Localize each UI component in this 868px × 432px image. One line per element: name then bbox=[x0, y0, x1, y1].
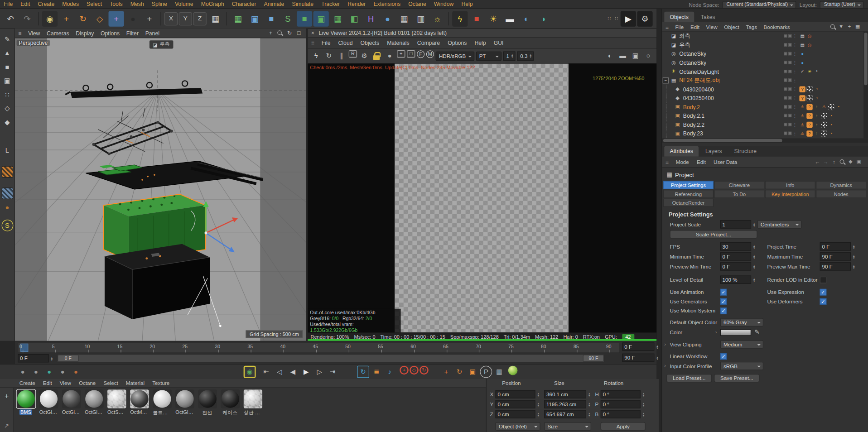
object-name[interactable]: OctaneSky bbox=[679, 51, 706, 57]
checker-tag-icon[interactable] bbox=[806, 95, 812, 101]
primitive-cube-icon[interactable]: ■ bbox=[297, 11, 312, 26]
use-animation-checkbox[interactable] bbox=[720, 289, 727, 296]
attr-tab-cineware[interactable]: Cineware bbox=[714, 181, 764, 189]
rotation-h-spinner[interactable]: ▲▼ bbox=[642, 390, 645, 398]
object-name[interactable]: NF24 분해도.obj bbox=[679, 77, 720, 84]
render-picture-viewer-icon[interactable]: ■ bbox=[264, 11, 279, 26]
menu-character[interactable]: Character bbox=[228, 0, 260, 9]
menu-extensions[interactable]: Extensions bbox=[370, 0, 405, 9]
menu-compare[interactable]: Compare bbox=[413, 40, 444, 46]
phong-tag-icon[interactable]: ◔ bbox=[814, 95, 820, 101]
use-deformers-checkbox[interactable] bbox=[820, 298, 827, 305]
use-generators-checkbox[interactable] bbox=[720, 298, 727, 305]
fields-grid-icon[interactable]: ▦ bbox=[396, 11, 412, 26]
eyedropper-icon[interactable]: ✎ bbox=[754, 328, 759, 336]
visibility-dots[interactable]: ⋮ bbox=[784, 78, 797, 83]
polygon-mode-icon[interactable]: ◆ bbox=[1, 116, 13, 128]
add-object-icon[interactable]: + bbox=[846, 23, 853, 30]
current-frame-field[interactable]: 0 F bbox=[18, 354, 48, 362]
q-tag-icon[interactable]: ? bbox=[806, 121, 812, 127]
record-position-icon[interactable]: + bbox=[400, 366, 409, 375]
visibility-dots[interactable]: ⋮ bbox=[784, 113, 797, 118]
preview-range-end-handle[interactable]: 90 F bbox=[583, 355, 604, 362]
attr-tab-to-do[interactable]: To Do bbox=[714, 190, 764, 198]
timeline-ruler[interactable]: 051015202530354045505560657075808590 bbox=[18, 342, 620, 353]
menu-filter[interactable]: Filter bbox=[123, 30, 142, 36]
object-name[interactable]: Body.2 bbox=[683, 104, 700, 110]
texture-mode-icon[interactable]: ▣ bbox=[1, 75, 13, 86]
warn-tag-icon[interactable]: ⚠ bbox=[799, 113, 805, 119]
minimum-time-spinner[interactable]: ▲▼ bbox=[753, 254, 756, 259]
object-name[interactable]: Body.2.1 bbox=[683, 113, 704, 119]
key-attr-icon[interactable]: ◆ bbox=[847, 158, 854, 165]
phong-tag-icon[interactable]: ◔ bbox=[828, 121, 834, 127]
phong-tag-icon[interactable]: ◔ bbox=[835, 104, 841, 110]
generators-icon[interactable]: ▣ bbox=[313, 11, 329, 26]
checker-tag-icon[interactable] bbox=[821, 113, 827, 119]
menu-select[interactable]: Select bbox=[100, 380, 122, 386]
size-y-spinner[interactable]: ▲▼ bbox=[588, 400, 591, 408]
simulate-ball-icon[interactable]: ● bbox=[1, 202, 13, 213]
visibility-dots[interactable]: ⋮ bbox=[784, 122, 797, 127]
menu-octane[interactable]: Octane bbox=[405, 0, 430, 9]
position-z-spinner[interactable]: ▲▼ bbox=[537, 410, 540, 418]
attr-tab-nodes[interactable]: Nodes bbox=[816, 190, 866, 198]
axis-z-lock-icon[interactable]: Z bbox=[193, 12, 206, 25]
visibility-dots[interactable]: ⋮ bbox=[784, 104, 797, 109]
visibility-dots[interactable]: ⋮ bbox=[784, 96, 797, 101]
menu-edit[interactable]: Edit bbox=[693, 159, 709, 165]
symmetry-cubes-icon[interactable]: ◧ bbox=[347, 11, 362, 26]
octane-environment-icon[interactable]: ◑ bbox=[535, 11, 551, 26]
save-preset-button[interactable]: Save Preset... bbox=[714, 374, 759, 382]
perspective-viewport[interactable]: ≡ ViewCamerasDisplayOptionsFilterPanel +… bbox=[15, 29, 306, 341]
timeline-start-spinner[interactable]: ▲▼ bbox=[656, 342, 659, 350]
visibility-dots[interactable]: ⋮ bbox=[784, 34, 797, 38]
snap-icon[interactable] bbox=[1, 187, 13, 199]
object-name[interactable]: Body.2.2 bbox=[683, 121, 704, 127]
menu-create[interactable]: Create bbox=[34, 0, 58, 9]
camera-lv-icon[interactable]: ▣ bbox=[630, 50, 641, 61]
default-object-color-dropdown[interactable]: 60% Gray bbox=[720, 318, 763, 326]
position-x-spinner[interactable]: ▲▼ bbox=[537, 390, 540, 398]
pin-attr-icon[interactable]: ▣ bbox=[855, 158, 863, 165]
live-selection-icon[interactable]: ◉ bbox=[42, 11, 58, 26]
material-label[interactable]: OctMetz: bbox=[129, 409, 149, 415]
material-label[interactable]: 케이스 bbox=[222, 409, 239, 417]
menu-cameras[interactable]: Cameras bbox=[43, 30, 72, 36]
timeline-end-field[interactable]: 90 F bbox=[622, 354, 654, 362]
menu-volume[interactable]: Volume bbox=[171, 0, 197, 9]
target-tag-icon[interactable]: ◎ bbox=[806, 33, 812, 39]
fps-field[interactable]: 30 bbox=[720, 242, 751, 250]
menu-spline[interactable]: Spline bbox=[148, 0, 171, 9]
tab-takes[interactable]: Takes bbox=[695, 12, 721, 22]
up-tag-icon[interactable]: ↑ bbox=[814, 121, 820, 127]
size-z-spinner[interactable]: ▲▼ bbox=[588, 410, 591, 418]
keyframe-pla-icon[interactable]: P bbox=[480, 366, 492, 378]
material-label[interactable]: OctGlos: bbox=[84, 409, 104, 415]
viewport-canvas[interactable]: Perspective ◪우측 Grid Spacing : 500 cm bbox=[15, 38, 306, 341]
next-frame-button[interactable]: ▷ bbox=[313, 366, 326, 378]
play-button[interactable]: ▶ bbox=[300, 366, 312, 378]
material-label[interactable]: 전선 bbox=[201, 409, 213, 417]
q-tag-icon[interactable]: ? bbox=[806, 130, 812, 136]
menu-tools[interactable]: Tools bbox=[106, 0, 127, 9]
pen-key-icon[interactable]: ● bbox=[70, 366, 82, 378]
menu-view[interactable]: View bbox=[56, 380, 75, 386]
menu-gui[interactable]: GUI bbox=[490, 40, 507, 46]
pick-region-icon[interactable]: + bbox=[397, 50, 405, 58]
material-item-상판-케이[interactable]: 상판 케이 bbox=[242, 389, 263, 417]
size-x-field[interactable]: 360.1 cm bbox=[544, 390, 586, 398]
interface-dots-icon[interactable]: ∷ bbox=[606, 15, 613, 22]
goto-end-button[interactable]: ⇥ bbox=[327, 366, 339, 378]
rotation-p-spinner[interactable]: ▲▼ bbox=[642, 400, 645, 408]
attr-tab-key-interpolation[interactable]: Key Interpolation bbox=[765, 190, 815, 198]
material-label[interactable]: 상판 케이 bbox=[242, 409, 263, 417]
menu-file[interactable]: File bbox=[672, 24, 687, 29]
menu-objects[interactable]: Objects bbox=[357, 40, 383, 46]
scale-tool-icon[interactable]: ◇ bbox=[92, 11, 107, 26]
expander-icon[interactable]: − bbox=[663, 77, 669, 83]
menu-animate[interactable]: Animate bbox=[260, 0, 288, 9]
up-tag-icon[interactable]: ↑ bbox=[814, 130, 820, 136]
material-item-octglos[interactable]: OctGlos: bbox=[61, 389, 81, 417]
undo-icon[interactable]: ↶ bbox=[3, 11, 18, 26]
